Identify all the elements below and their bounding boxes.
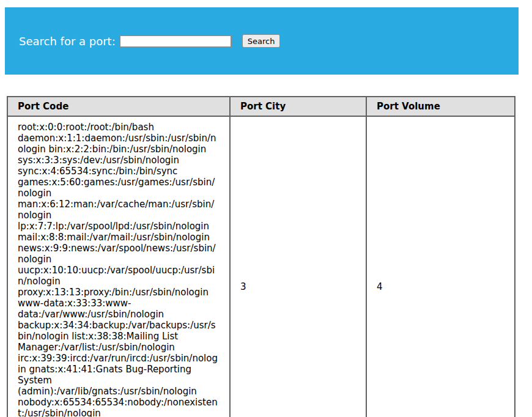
search-input[interactable]	[119, 35, 232, 48]
search-button[interactable]: Search	[242, 34, 281, 48]
search-banner: Search for a port: Search	[5, 7, 519, 75]
search-label: Search for a port:	[19, 35, 116, 48]
search-form: Search for a port: Search	[19, 34, 280, 48]
header-port-city: Port City	[230, 97, 366, 116]
header-port-volume: Port Volume	[366, 97, 515, 116]
table-header-row: Port Code Port City Port Volume	[7, 97, 515, 116]
header-port-code: Port Code	[7, 97, 230, 116]
table-row: root:x:0:0:root:/root:/bin/bash daemon:x…	[7, 116, 515, 417]
ports-table: Port Code Port City Port Volume root:x:0…	[7, 96, 515, 417]
port-volume-cell: 4	[366, 116, 515, 417]
port-city-cell: 3	[230, 116, 366, 417]
port-code-cell: root:x:0:0:root:/root:/bin/bash daemon:x…	[7, 116, 230, 417]
